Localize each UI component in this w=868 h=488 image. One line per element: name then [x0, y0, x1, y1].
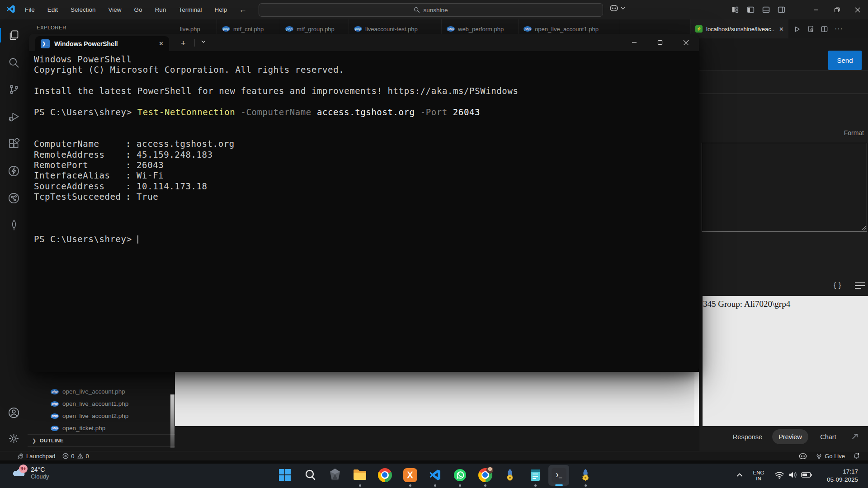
window-restore-icon[interactable]	[826, 0, 847, 19]
language-indicator[interactable]: ENGIN	[750, 470, 768, 482]
new-tab-icon[interactable]: +	[181, 38, 186, 49]
php-file-icon: php	[524, 26, 532, 32]
menu-edit[interactable]: Edit	[47, 6, 58, 13]
battery-icon[interactable]	[798, 467, 815, 483]
go-live-item[interactable]: Go Live	[816, 453, 845, 460]
customize-layout-icon[interactable]	[731, 6, 739, 14]
desktop: File Edit Selection View Go Run Terminal…	[0, 0, 868, 488]
gem-app-icon[interactable]	[327, 467, 343, 483]
activity-mongodb-icon[interactable]	[0, 214, 28, 236]
start-button-icon[interactable]	[277, 467, 293, 483]
activity-search-icon[interactable]	[0, 51, 28, 74]
copilot-menu[interactable]	[609, 4, 625, 12]
preview-scrollbar[interactable]	[694, 372, 699, 426]
notepad-icon[interactable]	[527, 467, 543, 483]
powershell-tab[interactable]: ❯_ Windows PowerShell ✕	[35, 36, 169, 51]
terminal-titlebar[interactable]: ❯_ Windows PowerShell ✕ +	[29, 34, 699, 51]
lines-format-icon[interactable]	[855, 282, 865, 291]
xampp-icon[interactable]: ꓫ	[402, 467, 418, 483]
menu-go[interactable]: Go	[134, 6, 142, 13]
json-format-icon[interactable]: { }	[834, 281, 841, 289]
toggle-panel-icon[interactable]	[762, 6, 770, 14]
activity-account-icon[interactable]	[0, 401, 28, 424]
activity-remote-graph-icon[interactable]	[0, 187, 28, 209]
toggle-primary-sidebar-icon[interactable]	[747, 6, 755, 14]
tab-dropdown-chevron-icon[interactable]	[201, 38, 206, 46]
powershell-icon: ❯_	[41, 39, 50, 48]
expand-icon[interactable]	[850, 432, 859, 441]
activity-extensions-icon[interactable]	[0, 132, 28, 155]
chrome-icon[interactable]	[377, 467, 393, 483]
terminal-minimize-icon[interactable]	[624, 34, 645, 51]
tray-chevron-up-icon[interactable]	[731, 467, 748, 483]
chrome-profile-icon[interactable]	[477, 467, 493, 483]
tab-close-icon[interactable]: ✕	[159, 40, 164, 47]
tab-localhost-preview[interactable]: ⚡ localhost/sunshine/liveac.. ✕	[691, 19, 788, 38]
menu-view[interactable]: View	[108, 6, 122, 13]
tab-close-icon[interactable]: ✕	[779, 26, 784, 33]
php-file-icon: php	[51, 401, 59, 407]
notifications-bell-icon[interactable]	[853, 452, 860, 460]
terminal-line: Install the latest PowerShell for new fe…	[34, 86, 695, 96]
tab-preview[interactable]: Preview	[772, 429, 808, 444]
window-close-icon[interactable]	[847, 0, 868, 19]
menu-selection[interactable]: Selection	[71, 6, 96, 13]
php-file-icon: php	[354, 26, 362, 32]
sidebar-title: EXPLORER	[37, 25, 66, 30]
window-minimize-icon[interactable]	[806, 0, 826, 19]
file-open_live_account2[interactable]: php open_live_account2.php	[28, 410, 175, 422]
broadcast-icon	[816, 453, 822, 460]
browser-preview-surface[interactable]	[175, 372, 699, 426]
right-editor-group-tabs: ⚡ localhost/sunshine/liveac.. ✕ ···	[690, 19, 868, 38]
terminal-taskbar-icon[interactable]: ❯_	[551, 467, 567, 483]
trading-app-icon[interactable]	[502, 467, 518, 483]
menu-help[interactable]: Help	[214, 6, 227, 13]
terminal-content[interactable]: Windows PowerShell Copyright (C) Microso…	[34, 54, 695, 244]
sidebar-scrollbar[interactable]	[170, 394, 175, 448]
activity-source-control-icon[interactable]	[0, 78, 28, 101]
whatsapp-icon[interactable]	[452, 467, 468, 483]
problems-item[interactable]: 0 0	[62, 453, 89, 460]
back-arrow-icon[interactable]: ←	[239, 5, 247, 14]
file-open_ticket[interactable]: php open_ticket.php	[28, 422, 175, 434]
copilot-status-icon[interactable]	[798, 452, 807, 460]
request-body-textarea[interactable]	[702, 143, 867, 232]
terminal-prompt-line[interactable]: PS C:\Users\shrey>	[34, 234, 695, 244]
launchpad-item[interactable]: Launchpad	[17, 453, 55, 460]
tab-chart[interactable]: Chart	[815, 429, 842, 444]
vscode-taskbar-icon[interactable]	[427, 467, 443, 483]
menu-file[interactable]: File	[25, 6, 35, 13]
split-editor-icon[interactable]	[821, 26, 828, 33]
response-tabs: Response Preview Chart	[699, 429, 868, 445]
terminal-close-icon[interactable]	[675, 34, 696, 51]
command-center-search[interactable]: sunshine	[259, 3, 603, 17]
run-icon[interactable]	[794, 26, 801, 33]
activity-run-debug-icon[interactable]	[0, 105, 28, 128]
file-open_live_account1[interactable]: php open_live_account1.php	[28, 398, 175, 410]
outline-section[interactable]: ❯ OUTLINE	[28, 434, 175, 446]
active-indicator	[555, 484, 563, 486]
taskbar-search-icon[interactable]	[302, 467, 318, 483]
file-open_live_account[interactable]: php open_live_account.php	[28, 385, 175, 398]
vscode-logo-icon	[6, 4, 16, 15]
tab-response[interactable]: Response	[728, 429, 767, 444]
trading-app-icon-2[interactable]	[577, 467, 594, 483]
send-button[interactable]: Send	[828, 51, 862, 70]
activity-thunder-client-icon[interactable]	[0, 160, 28, 182]
weather-widget[interactable]: 9+ 24°C Cloudy	[12, 466, 49, 480]
format-label[interactable]: Format	[844, 129, 864, 136]
terminal-maximize-icon[interactable]	[650, 34, 670, 51]
php-file-icon: php	[447, 26, 455, 32]
toggle-secondary-sidebar-icon[interactable]	[778, 6, 785, 14]
resize-handle-icon[interactable]	[861, 226, 866, 230]
menu-terminal[interactable]: Terminal	[179, 6, 202, 13]
file-explorer-icon[interactable]	[352, 467, 368, 483]
tray-clock[interactable]: 17:17 05-09-2025	[827, 468, 858, 484]
activity-settings-gear-icon[interactable]	[0, 427, 28, 450]
menu-run[interactable]: Run	[155, 6, 166, 13]
device-gear-icon[interactable]	[807, 25, 814, 33]
activity-explorer-icon[interactable]	[0, 24, 28, 47]
search-icon	[414, 7, 420, 13]
more-actions-icon[interactable]: ···	[835, 25, 843, 33]
response-preview-pane[interactable]: 345 Group: Ali7020\grp4	[703, 296, 868, 426]
